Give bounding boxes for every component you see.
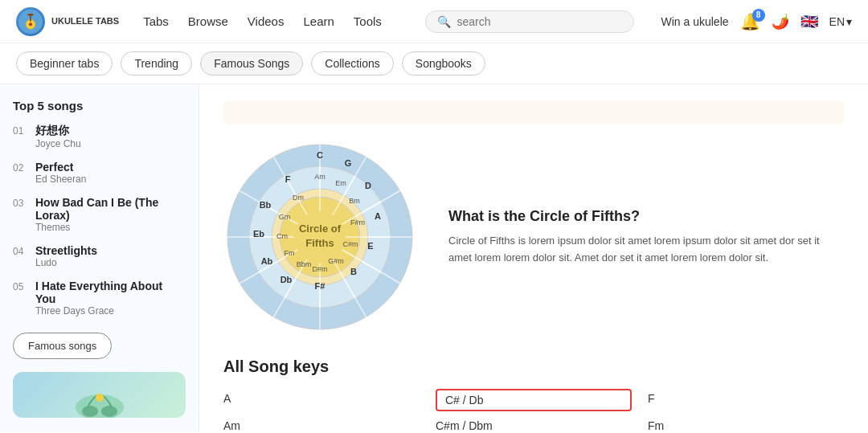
svg-text:C: C	[317, 150, 323, 160]
svg-text:Bb: Bb	[260, 200, 272, 210]
key-Fm[interactable]: Fm	[648, 416, 844, 432]
key-CsDb[interactable]: C# / Db	[436, 389, 632, 411]
svg-text:C#m: C#m	[342, 240, 358, 248]
svg-point-6	[96, 394, 104, 402]
key-A[interactable]: A	[223, 389, 420, 411]
svg-text:Cm: Cm	[276, 232, 288, 240]
rank-4: 04	[13, 246, 27, 257]
list-item[interactable]: 01 好想你 Joyce Chu	[13, 124, 186, 149]
svg-text:Circle of: Circle of	[299, 223, 342, 235]
nav-tabs[interactable]: Tabs	[143, 14, 169, 28]
list-item[interactable]: 03 How Bad Can I Be (The Lorax) Themes	[13, 196, 186, 233]
nav-videos[interactable]: Videos	[248, 14, 285, 28]
country-flag: 🇬🇧	[800, 13, 818, 31]
svg-point-7	[82, 406, 98, 417]
search-input[interactable]	[457, 15, 622, 28]
svg-text:Em: Em	[335, 179, 346, 187]
info-title: What is the Circle of Fifths?	[448, 208, 844, 225]
chevron-down-icon: ▾	[846, 15, 852, 28]
song-artist-2: Ed Sheeran	[35, 174, 86, 185]
content-row: C G D A E B F# Db Ab Eb Bb F Am Em Bm	[223, 141, 844, 333]
rank-5: 05	[13, 281, 27, 292]
svg-text:A: A	[375, 211, 381, 221]
list-item[interactable]: 02 Perfect Ed Sheeran	[13, 161, 186, 185]
svg-text:F#: F#	[315, 281, 326, 291]
song-artist-1: Joyce Chu	[35, 138, 81, 149]
song-info-4: Streetlights Ludo	[35, 244, 97, 268]
svg-text:Eb: Eb	[253, 229, 264, 239]
song-info-3: How Bad Can I Be (The Lorax) Themes	[35, 196, 186, 233]
list-item[interactable]: 05 I Hate Everything About You Three Day…	[13, 280, 186, 317]
svg-point-8	[101, 406, 117, 417]
logo-text: UKULELE TABS	[51, 16, 119, 27]
svg-text:Fifths: Fifths	[305, 237, 334, 249]
svg-text:F: F	[285, 174, 291, 184]
info-section: What is the Circle of Fifths? Circle of …	[448, 208, 844, 267]
notification-button[interactable]: 🔔 8	[740, 12, 760, 31]
header: UKULELE TABS Tabs Browse Videos Learn To…	[0, 0, 868, 43]
song-keys-title: All Song keys	[223, 357, 844, 376]
song-name-1: 好想你	[35, 124, 81, 138]
header-right: Win a ukulele 🔔 8 🌶️ 🇬🇧 EN ▾	[661, 12, 853, 31]
nav-learn[interactable]: Learn	[303, 14, 334, 28]
svg-text:Dm: Dm	[293, 194, 304, 202]
rank-3: 03	[13, 198, 27, 209]
nav-browse[interactable]: Browse	[188, 14, 228, 28]
song-artist-4: Ludo	[35, 257, 97, 268]
decoration-icon	[68, 372, 132, 418]
song-keys-grid: A C# / Db F Am C#m / Dbm Fm	[223, 389, 844, 432]
logo[interactable]: UKULELE TABS	[16, 7, 119, 36]
song-name-2: Perfect	[35, 161, 86, 174]
tab-beginner[interactable]: Beginner tabs	[16, 51, 113, 76]
language-selector[interactable]: EN ▾	[829, 15, 852, 28]
tab-bar: Beginner tabs Trending Famous Songs Coll…	[0, 43, 868, 84]
svg-text:Fm: Fm	[285, 249, 295, 257]
svg-text:Db: Db	[280, 275, 293, 284]
search-bar: 🔍	[425, 10, 634, 33]
svg-text:D: D	[365, 181, 371, 190]
song-artist-3: Themes	[35, 222, 186, 233]
svg-text:F#m: F#m	[350, 219, 365, 227]
svg-text:G: G	[345, 158, 352, 168]
svg-text:Ab: Ab	[261, 256, 273, 266]
song-name-3: How Bad Can I Be (The Lorax)	[35, 196, 186, 222]
svg-text:Bm: Bm	[349, 197, 360, 205]
rank-1: 01	[13, 125, 27, 137]
nav-tools[interactable]: Tools	[354, 14, 382, 28]
famous-songs-button[interactable]: Famous songs	[13, 333, 112, 359]
rank-2: 02	[13, 162, 27, 174]
svg-rect-4	[28, 14, 34, 16]
svg-text:G#m: G#m	[328, 257, 344, 265]
top-banner	[223, 100, 844, 125]
key-F[interactable]: F	[648, 389, 844, 411]
tab-songbooks[interactable]: Songbooks	[402, 51, 485, 76]
svg-text:Am: Am	[314, 173, 326, 181]
list-item[interactable]: 04 Streetlights Ludo	[13, 244, 186, 268]
tab-famous-songs[interactable]: Famous Songs	[200, 51, 303, 76]
song-info-2: Perfect Ed Sheeran	[35, 161, 86, 185]
lang-label: EN	[829, 15, 845, 28]
song-info-5: I Hate Everything About You Three Days G…	[35, 280, 186, 317]
svg-text:B: B	[350, 267, 357, 276]
key-Am[interactable]: Am	[223, 416, 420, 432]
win-label: Win a ukulele	[661, 15, 729, 28]
song-artist-5: Three Days Grace	[35, 305, 186, 317]
notification-badge: 8	[752, 9, 765, 22]
svg-point-2	[29, 22, 32, 26]
main-nav: Tabs Browse Videos Learn Tools	[143, 14, 382, 28]
main-layout: Top 5 songs 01 好想你 Joyce Chu 02 Perfect …	[0, 84, 868, 432]
tab-trending[interactable]: Trending	[121, 51, 192, 76]
logo-icon	[16, 7, 45, 36]
svg-text:E: E	[367, 241, 373, 251]
song-list: 01 好想你 Joyce Chu 02 Perfect Ed Sheeran 0…	[13, 124, 186, 317]
circle-of-fifths: C G D A E B F# Db Ab Eb Bb F Am Em Bm	[223, 141, 416, 333]
key-CsmDbm[interactable]: C#m / Dbm	[436, 416, 632, 432]
flag-icon: 🌶️	[772, 13, 789, 31]
song-info-1: 好想你 Joyce Chu	[35, 124, 81, 149]
song-name-5: I Hate Everything About You	[35, 280, 186, 305]
tab-collections[interactable]: Collections	[311, 51, 393, 76]
svg-text:D#m: D#m	[312, 265, 327, 273]
song-name-4: Streetlights	[35, 244, 97, 257]
sidebar-title: Top 5 songs	[13, 99, 186, 112]
sidebar: Top 5 songs 01 好想你 Joyce Chu 02 Perfect …	[0, 84, 199, 432]
